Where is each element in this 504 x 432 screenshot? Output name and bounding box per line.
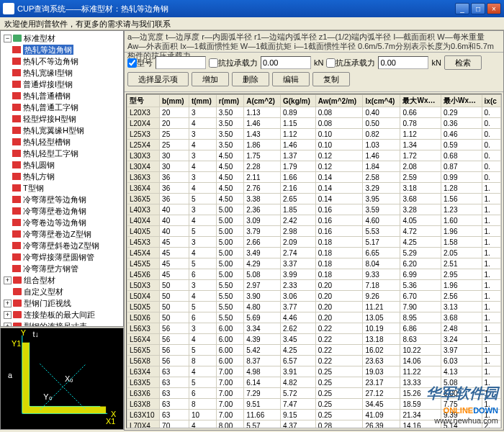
- table-row[interactable]: L45X34535.002.662.090.185.174.251.581.: [127, 237, 501, 248]
- svg-text:Y: Y: [21, 328, 26, 337]
- table-row[interactable]: L63X86387.009.517.470.2534.4518.597.751.: [127, 399, 501, 410]
- tree-root[interactable]: − 标准型材: [2, 32, 122, 44]
- tree-item[interactable]: 热轧宽翼缘H型钢: [2, 125, 122, 136]
- tree-item[interactable]: 轻型焊接H型钢: [2, 113, 122, 125]
- svg-text:X₀: X₀: [65, 374, 73, 383]
- column-header[interactable]: 型号: [127, 95, 160, 107]
- table-row[interactable]: L25X42543.501.861.460.101.031.340.590.: [127, 140, 501, 150]
- table-row[interactable]: L50X65065.505.694.460.2013.058.953.681.: [127, 312, 501, 323]
- table-row[interactable]: L25X32533.501.431.120.100.821.120.460.: [127, 129, 501, 140]
- app-icon: [3, 3, 14, 14]
- column-header[interactable]: ix(c: [482, 95, 500, 107]
- table-row[interactable]: L20X32033.501.130.890.080.400.660.290.: [127, 107, 501, 118]
- table-row[interactable]: L45X54555.004.293.370.188.046.202.511.: [127, 258, 501, 269]
- tree-item[interactable]: 热轧宽缘I型钢: [2, 67, 122, 78]
- table-row[interactable]: L36X33634.502.111.660.142.582.590.990.: [127, 172, 501, 183]
- table-row[interactable]: L56X85686.008.376.570.2223.6314.066.031.: [127, 356, 501, 366]
- legend-text: a—边宽度 t—边厚度 r—内圆弧半径 r1—边端内弧半径 z1—(1/2)端内…: [125, 31, 503, 53]
- tensile-input[interactable]: [261, 56, 311, 69]
- column-header[interactable]: A(cm^2): [244, 95, 281, 107]
- table-row[interactable]: L63X1063107.0011.669.150.2541.0921.349.3…: [127, 410, 501, 420]
- tree-item[interactable]: 热轧圆钢: [2, 159, 122, 171]
- edit-button[interactable]: 编辑: [272, 72, 310, 86]
- tensile-checkbox[interactable]: 抗拉承载力: [209, 58, 258, 68]
- table-row[interactable]: L50X55055.504.803.770.2011.217.903.131.: [127, 302, 501, 312]
- tree-item[interactable]: 热轧普通工字钢: [2, 102, 122, 113]
- title-bar: CUP查询系统——标准型材：热轧等边角钢 _ □ ×: [0, 0, 504, 17]
- column-header[interactable]: t(mm): [189, 95, 216, 107]
- delete-button[interactable]: 删除: [232, 72, 269, 86]
- table-row[interactable]: L36X43644.502.762.160.143.293.181.281.: [127, 183, 501, 194]
- table-row[interactable]: L63X46347.004.983.910.2519.0311.224.131.: [127, 366, 501, 377]
- tree-item[interactable]: 自定义型材: [2, 286, 122, 297]
- tree-item[interactable]: +连接垫板的最大间距: [2, 309, 122, 320]
- table-row[interactable]: L40X34035.002.361.850.163.593.281.231.: [127, 204, 501, 215]
- tree-item[interactable]: 冷弯薄壁卷边角钢: [2, 205, 122, 217]
- column-header[interactable]: Ix(cm^4): [363, 95, 400, 107]
- tree-item[interactable]: 冷弯薄壁等边角钢: [2, 194, 122, 205]
- close-button[interactable]: ×: [487, 3, 501, 14]
- table-row[interactable]: L45X44545.003.492.740.186.655.292.051.: [127, 248, 501, 258]
- table-row[interactable]: L30X33034.501.751.370.121.461.720.680.: [127, 150, 501, 161]
- model-checkbox[interactable]: 型号: [127, 58, 153, 68]
- tree-item[interactable]: 热轧轻型工字钢: [2, 148, 122, 159]
- tree-item[interactable]: 热轧等边角钢: [2, 44, 122, 55]
- table-row[interactable]: L50X35035.502.972.330.207.185.361.961.: [127, 280, 501, 291]
- svg-text:a: a: [8, 371, 13, 379]
- tree-item[interactable]: 热轧不等边角钢: [2, 55, 122, 67]
- table-row[interactable]: L56X45646.004.393.450.2213.188.633.241.: [127, 334, 501, 345]
- column-header[interactable]: r(mm): [216, 95, 243, 107]
- table-row[interactable]: L36X53654.503.382.650.143.953.681.561.: [127, 194, 501, 204]
- minimize-button[interactable]: _: [455, 3, 469, 14]
- table-row[interactable]: L50X45045.503.903.060.209.266.702.561.: [127, 291, 501, 302]
- tree-item[interactable]: 热轧方钢: [2, 171, 122, 182]
- table-row[interactable]: L40X54055.003.792.980.165.534.721.961.: [127, 226, 501, 237]
- maximize-button[interactable]: □: [471, 3, 485, 14]
- tree-panel[interactable]: − 标准型材 热轧等边角钢热轧不等边角钢热轧宽缘I型钢普通焊接I型钢热轧普通槽钢…: [0, 30, 124, 327]
- svg-text:X1: X1: [106, 417, 115, 426]
- table-row[interactable]: L56X35636.003.342.620.2210.196.862.481.: [127, 323, 501, 334]
- section-preview: Y1 Y t↓ a X X1 X₀ Y₀: [0, 328, 124, 430]
- table-row[interactable]: L70X47048.005.574.370.2826.3914.165.142.: [127, 420, 501, 429]
- tree-item[interactable]: 热轧轻型槽钢: [2, 136, 122, 148]
- model-input[interactable]: [156, 56, 206, 69]
- tree-item[interactable]: 冷弯焊接薄壁圆钢管: [2, 251, 122, 263]
- data-grid[interactable]: 型号b(mm)t(mm)r(mm)A(cm^2)G(kg/m)Aw(m^2/m)…: [126, 94, 502, 428]
- search-button[interactable]: 检索: [444, 55, 482, 70]
- table-row[interactable]: L45X64565.005.083.990.189.336.992.951.: [127, 269, 501, 280]
- column-header[interactable]: 最大Wx…: [400, 95, 441, 107]
- table-row[interactable]: L20X42043.501.461.150.080.500.780.360.: [127, 118, 501, 129]
- column-header[interactable]: 最小Wx…: [441, 95, 482, 107]
- tree-item[interactable]: +型钢门距视线: [2, 297, 122, 309]
- column-header[interactable]: Aw(m^2/m): [315, 95, 363, 107]
- add-button[interactable]: 增加: [192, 72, 229, 86]
- filter-controls: 型号 抗拉承载力 kN 抗压承载力 kN 检索 选择显示项 增加 删除 编辑 复…: [125, 53, 503, 92]
- table-row[interactable]: L56X55656.005.424.250.2216.0210.223.971.: [127, 345, 501, 356]
- window-title: CUP查询系统——标准型材：热轧等边角钢: [17, 4, 168, 14]
- compress-checkbox[interactable]: 抗压承载力: [326, 58, 375, 68]
- column-header[interactable]: G(kg/m): [281, 95, 316, 107]
- table-row[interactable]: L63X56357.006.144.820.2523.1713.335.081.: [127, 377, 501, 388]
- svg-text:Y1: Y1: [12, 339, 21, 348]
- table-row[interactable]: L30X43044.502.281.790.121.842.080.870.: [127, 161, 501, 172]
- svg-text:t↓: t↓: [33, 330, 39, 338]
- column-header[interactable]: b(mm): [160, 95, 189, 107]
- tree-item[interactable]: +组合型材: [2, 274, 122, 286]
- tree-item[interactable]: 冷弯薄壁斜卷边Z型钢: [2, 240, 122, 251]
- tree-item[interactable]: 冷弯卷边等边角钢: [2, 217, 122, 228]
- welcome-bar: 欢迎使用剀普软件，有更多的需求请与我们联系: [0, 17, 504, 30]
- tree-item[interactable]: 冷弯薄壁方钢管: [2, 263, 122, 274]
- tree-item[interactable]: 普通焊接I型钢: [2, 78, 122, 90]
- select-columns-button[interactable]: 选择显示项: [127, 72, 189, 86]
- table-row[interactable]: L63X66367.007.295.720.2527.1215.266.001.: [127, 388, 501, 399]
- compress-input[interactable]: [378, 56, 428, 69]
- tree-item[interactable]: +型钢的连接尺寸表: [2, 320, 122, 327]
- table-row[interactable]: L40X44045.003.092.420.164.604.051.601.: [127, 215, 501, 226]
- copy-button[interactable]: 复制: [312, 72, 350, 86]
- tree-item[interactable]: T型钢: [2, 182, 122, 194]
- tree-item[interactable]: 热轧普通槽钢: [2, 90, 122, 102]
- svg-text:Y₀: Y₀: [43, 392, 52, 401]
- tree-item[interactable]: 冷弯薄壁卷边Z型钢: [2, 228, 122, 240]
